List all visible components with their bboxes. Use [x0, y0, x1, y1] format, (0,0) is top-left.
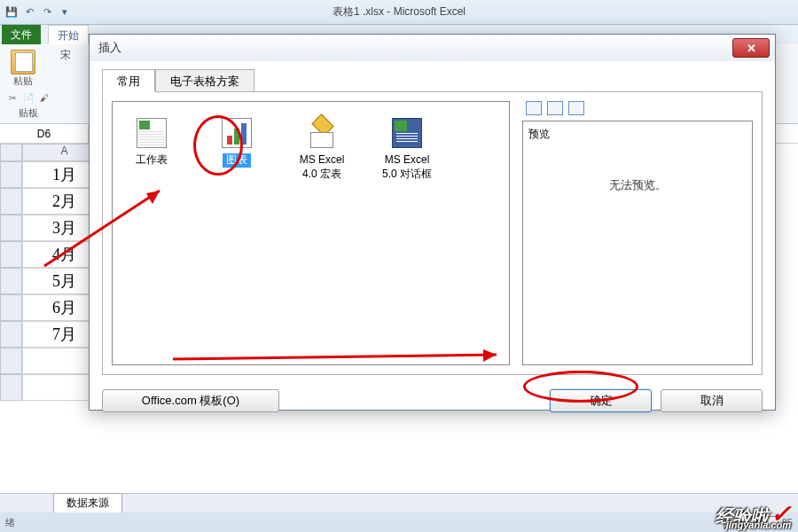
view-list-icon[interactable]	[547, 101, 563, 115]
view-mode-icons	[522, 101, 753, 115]
template-list[interactable]: 工作表 图表 MS Excel 4.0 宏表 MS Excel 5.0 对话框	[112, 101, 510, 365]
row-header[interactable]	[0, 348, 22, 374]
tab-start[interactable]: 开始	[48, 25, 89, 44]
watermark-url: jingyanla.com	[726, 520, 791, 530]
format-painter-icon[interactable]: 🖌	[37, 90, 51, 105]
macro-icon	[305, 116, 339, 150]
dialog-title: 插入	[98, 40, 121, 56]
insert-dialog: 插入 ✕ 常用 电子表格方案 工作表 图表 MS Excel 4.0 宏	[89, 34, 776, 411]
window-title: 表格1 .xlsx - Microsoft Excel	[332, 4, 466, 20]
font-label: 宋	[60, 48, 71, 63]
close-button[interactable]: ✕	[732, 38, 770, 58]
ok-button[interactable]: 确定	[550, 389, 652, 412]
row-header[interactable]	[0, 161, 22, 188]
sheet-tab[interactable]: 数据来源	[53, 493, 122, 513]
undo-icon[interactable]: ↶	[21, 4, 37, 20]
font-group: 宋	[60, 48, 71, 120]
view-detail-icon[interactable]	[568, 101, 584, 115]
preview-message: 无法预览。	[528, 177, 747, 193]
preview-box: 预览 无法预览。	[522, 121, 753, 365]
cancel-button[interactable]: 取消	[661, 389, 763, 412]
tab-file[interactable]: 文件	[2, 25, 41, 44]
item-label: MS Excel 4.0 宏表	[292, 153, 352, 181]
item-chart[interactable]: 图表	[207, 116, 267, 168]
copy-icon[interactable]: 📄	[21, 90, 35, 105]
quick-access-toolbar: 💾 ↶ ↷ ▾	[4, 4, 73, 20]
dialog-sheet-icon	[390, 116, 424, 150]
chart-icon	[220, 116, 254, 150]
row-header[interactable]	[0, 294, 22, 321]
row-header[interactable]	[0, 241, 22, 268]
dialog-tabs: 常用 电子表格方案	[102, 68, 763, 91]
preview-pane: 预览 无法预览。	[522, 101, 753, 365]
row-header[interactable]	[0, 321, 22, 348]
tab-spreadsheet-solutions[interactable]: 电子表格方案	[155, 69, 254, 92]
paste-icon	[11, 50, 35, 74]
paste-label: 粘贴	[13, 74, 33, 88]
dialog-titlebar[interactable]: 插入 ✕	[90, 35, 775, 61]
paste-button[interactable]: 粘贴	[5, 48, 41, 89]
tab-common[interactable]: 常用	[102, 69, 155, 92]
item-worksheet[interactable]: 工作表	[121, 116, 182, 168]
worksheet-icon	[135, 116, 168, 150]
preview-title: 预览	[528, 127, 747, 142]
item-label: 图表	[223, 153, 251, 168]
name-box[interactable]: D6	[0, 126, 89, 142]
save-icon[interactable]: 💾	[4, 4, 20, 20]
office-templates-button[interactable]: Office.com 模板(O)	[102, 389, 279, 412]
dialog-content: 工作表 图表 MS Excel 4.0 宏表 MS Excel 5.0 对话框	[102, 91, 763, 375]
redo-icon[interactable]: ↷	[39, 4, 55, 20]
titlebar: 💾 ↶ ↷ ▾ 表格1 .xlsx - Microsoft Excel	[0, 0, 798, 25]
row-header[interactable]	[0, 268, 22, 294]
row-header[interactable]	[0, 374, 22, 401]
clipboard-group: 粘贴 ✂ 📄 🖌 贴板	[5, 48, 51, 120]
item-label: 工作表	[136, 153, 168, 168]
item-dialog-sheet[interactable]: MS Excel 5.0 对话框	[377, 116, 437, 181]
select-all-corner[interactable]	[0, 144, 22, 161]
row-header[interactable]	[0, 215, 22, 241]
item-macro-sheet[interactable]: MS Excel 4.0 宏表	[292, 116, 352, 181]
watermark: 经验啦 ✓ jingyanla.com	[716, 499, 791, 528]
qat-dropdown-icon[interactable]: ▾	[57, 4, 73, 20]
sheet-tabs-bar: 数据来源	[0, 493, 798, 512]
item-label: MS Excel 5.0 对话框	[377, 153, 437, 181]
view-large-icon[interactable]	[526, 101, 542, 115]
row-header[interactable]	[0, 188, 22, 215]
dialog-footer: Office.com 模板(O) 确定 取消	[90, 382, 775, 423]
dialog-body: 常用 电子表格方案 工作表 图表 MS Excel 4.0 宏表	[90, 61, 775, 382]
clipboard-label: 贴板	[5, 106, 51, 120]
close-icon: ✕	[747, 42, 756, 55]
status-bar: 绪 85	[0, 512, 798, 532]
cut-icon[interactable]: ✂	[5, 90, 20, 105]
status-text: 绪	[5, 516, 15, 529]
